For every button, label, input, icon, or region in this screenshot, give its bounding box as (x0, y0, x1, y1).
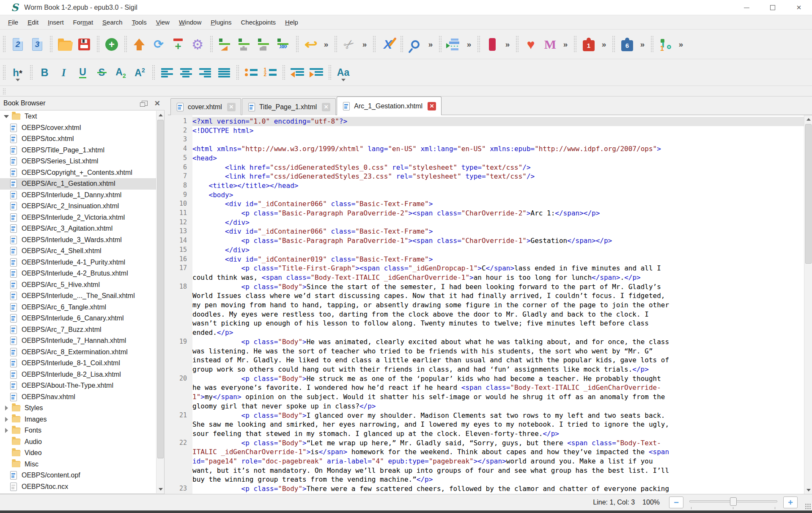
toolbar-drag-handle[interactable] (612, 36, 615, 53)
tree-item-oebps-cover-xhtml[interactable]: OEBPS/cover.xhtml (0, 122, 156, 134)
expand-arrow-icon[interactable] (3, 405, 10, 411)
bookmark-overflow-chevron-icon[interactable]: » (502, 40, 513, 49)
tree-item-oebps-interlude-7-hannah-xhtml[interactable]: OEBPS/Interlude_7_Hannah.xhtml (0, 335, 156, 347)
plugin-1-button[interactable]: 1 (579, 34, 598, 55)
strikethrough-button[interactable]: S (92, 63, 111, 82)
cut-button[interactable]: ✂ (340, 34, 359, 55)
editor-scrollbar[interactable] (804, 115, 812, 494)
tree-item-oebps-arc-6-tangle-xhtml[interactable]: OEBPS/Arc_6_Tangle.xhtml (0, 302, 156, 313)
editor-scroll-up-icon[interactable] (804, 115, 812, 123)
menu-help[interactable]: Help (280, 17, 303, 28)
tree-item-oebps-interlude-the-snail-xhtml[interactable]: OEBPS/Interlude_..._The_Snail.xhtml (0, 290, 156, 302)
tree-item-fonts[interactable]: Fonts (0, 425, 156, 436)
undo-button[interactable]: ↩ (301, 34, 321, 55)
expand-arrow-icon[interactable] (3, 428, 10, 433)
spellcheck-button[interactable] (444, 34, 464, 55)
underline-button[interactable]: U (73, 63, 92, 82)
zoom-slider-handle[interactable] (730, 497, 737, 506)
tree-item-oebps-arc-7-buzz-xhtml[interactable]: OEBPS/Arc_7_Buzz.xhtml (0, 324, 156, 336)
tree-item-oebps-title-page-1-xhtml[interactable]: OEBPS/Title_Page_1.xhtml (0, 145, 156, 156)
align-right-button[interactable] (195, 63, 214, 82)
bullet-list-button[interactable] (241, 63, 261, 82)
add-new-file-button[interactable]: + (102, 34, 121, 55)
bold-button[interactable]: B (35, 63, 54, 82)
code-line-4[interactable]: 4<html xmlns="http://www.w3.org/1999/xht… (168, 144, 804, 154)
tree-item-oebps-arc-1-gestation-xhtml[interactable]: OEBPS/Arc_1_Gestation.xhtml (0, 178, 156, 190)
toolbar-drag-handle[interactable] (124, 36, 127, 53)
mark-button[interactable]: M (540, 34, 560, 55)
zoom-out-button[interactable]: − (669, 496, 683, 508)
code-line-5[interactable]: 5<head> (168, 154, 804, 163)
code-line-14[interactable]: 14 <p class="Basic-Paragraph ParaOverrid… (168, 236, 804, 245)
tree-item-oebps-arc-4-shell-xhtml[interactable]: OEBPS/Arc_4_Shell.xhtml (0, 245, 156, 257)
toolbar-drag-handle[interactable] (439, 36, 442, 53)
tab-close-icon[interactable]: ✕ (428, 102, 436, 110)
subscript-button[interactable]: A2 (111, 63, 130, 82)
save-button[interactable] (74, 34, 94, 55)
code-view[interactable]: 1<?xml version="1.0" encoding="utf-8"?>2… (168, 115, 812, 494)
mark-overflow-chevron-icon[interactable]: » (560, 40, 571, 49)
maximize-button[interactable] (760, 0, 786, 15)
toolbar-drag-handle[interactable] (3, 36, 6, 53)
tree-item-oebps-interlude-3-wards-xhtml[interactable]: OEBPS/Interlude_3_Wards.xhtml (0, 234, 156, 246)
menu-tools[interactable]: Tools (127, 17, 151, 28)
new-epub2-button[interactable]: 2 (8, 34, 27, 55)
tree-item-oebps-toc-xhtml[interactable]: OEBPS/toc.xhtml (0, 133, 156, 145)
align-justify-button[interactable] (214, 63, 233, 82)
validate-epub-button[interactable]: X (378, 34, 398, 55)
tree-item-oebps-arc-5-hive-xhtml[interactable]: OEBPS/Arc_5_Hive.xhtml (0, 279, 156, 291)
toolbar-drag-handle[interactable] (96, 36, 100, 53)
tree-item-oebps-toc-ncx[interactable]: OEBPS/toc.ncx (0, 481, 156, 493)
superscript-button[interactable]: A2 (130, 63, 149, 82)
toolbar-drag-handle[interactable] (650, 36, 654, 53)
indent-button[interactable] (307, 63, 326, 82)
menu-file[interactable]: File (3, 17, 23, 28)
close-button[interactable]: ✕ (786, 0, 812, 15)
align-center-button[interactable] (176, 63, 195, 82)
tree-item-oebps-arc-3-agitation-xhtml[interactable]: OEBPS/Arc_3_Agitation.xhtml (0, 223, 156, 234)
code-line-12[interactable]: 12 </div> (168, 218, 804, 227)
toolbar-drag-handle[interactable] (282, 65, 285, 80)
toolbar-drag-handle[interactable] (3, 88, 6, 95)
find-overflow-chevron-icon[interactable]: » (425, 40, 436, 49)
code-line-17[interactable]: 17 <p class="Title-First-Graph"><span cl… (168, 264, 804, 282)
code-line-15[interactable]: 15 </div> (168, 245, 804, 255)
code-line-9[interactable]: 9 <body> (168, 190, 804, 200)
toolbar-drag-handle[interactable] (334, 36, 337, 53)
find-button[interactable] (406, 34, 425, 55)
menu-plugins[interactable]: Plugins (206, 17, 236, 28)
code-line-20[interactable]: 20 <p class="Body">He struck me as one o… (168, 374, 804, 411)
italic-button[interactable]: I (54, 63, 73, 82)
tree-item-oebps-interlude-4-1-purity-xhtml[interactable]: OEBPS/Interlude_4-1_Purity.xhtml (0, 257, 156, 268)
tab-close-icon[interactable]: ✕ (227, 103, 236, 111)
code-line-21[interactable]: 21 <p class="Body">I glanced over my sho… (168, 411, 804, 439)
dock-float-icon[interactable] (142, 101, 148, 106)
menu-checkpoints[interactable]: Checkpoints (236, 17, 281, 28)
editor-scroll-thumb[interactable] (805, 124, 812, 264)
tree-item-oebps-about-the-type-xhtml[interactable]: OEBPS/About-The-Type.xhtml (0, 380, 156, 392)
toolbar-drag-handle[interactable] (328, 65, 332, 80)
search-overflow-chevron-icon[interactable]: » (675, 40, 686, 49)
toolbar-drag-handle[interactable] (3, 65, 6, 80)
code-line-3[interactable]: 3 (168, 135, 804, 144)
code-line-7[interactable]: 7 <link href="css/idGeneratedStyles_23.c… (168, 172, 804, 181)
zoom-slider[interactable] (689, 496, 777, 508)
toolbar-drag-handle[interactable] (152, 65, 155, 80)
code-line-8[interactable]: 8 <title></title></head> (168, 181, 804, 190)
checkpoint-compare-button[interactable] (254, 34, 274, 55)
heading-style-button[interactable]: h* (8, 63, 27, 82)
tab-cover-xhtml[interactable]: cover.xhtml✕ (170, 98, 241, 115)
menu-edit[interactable]: Edit (23, 17, 43, 28)
saved-searches-button[interactable]: 1 (656, 34, 675, 55)
spell-overflow-chevron-icon[interactable]: » (464, 40, 475, 49)
plugin-6-button[interactable]: 6 (617, 34, 637, 55)
code-line-19[interactable]: 19 <p class="Body">He was animated, clea… (168, 337, 804, 374)
tree-item-oebps-copyright-contents-xhtml[interactable]: OEBPS/Copyright_+_Contents.xhtml (0, 167, 156, 179)
tab-arc-1-gestation-xhtml[interactable]: Arc_1_Gestation.xhtml✕ (337, 97, 442, 115)
tree-scroll-thumb[interactable] (157, 120, 164, 458)
tree-item-oebps-interlude-2-victoria-xhtml[interactable]: OEBPS/Interlude_2_Victoria.xhtml (0, 212, 156, 223)
menu-format[interactable]: Format (69, 17, 98, 28)
outdent-button[interactable] (288, 63, 307, 82)
tab-title-page-1-xhtml[interactable]: Title_Page_1.xhtml✕ (242, 98, 336, 115)
numbered-list-button[interactable]: 12 (261, 63, 280, 82)
